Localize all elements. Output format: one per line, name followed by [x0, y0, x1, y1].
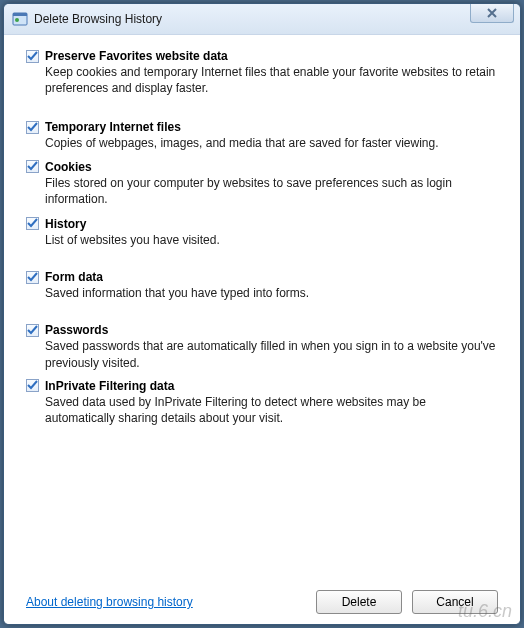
- option-description: Saved data used by InPrivate Filtering t…: [45, 394, 498, 426]
- option-description: Copies of webpages, images, and media th…: [45, 135, 498, 151]
- svg-point-2: [15, 18, 19, 22]
- svg-rect-1: [13, 13, 27, 16]
- option-label: InPrivate Filtering data: [45, 379, 174, 393]
- checkbox-inprivate[interactable]: [26, 379, 39, 392]
- option-description: Keep cookies and temporary Internet file…: [45, 64, 498, 96]
- titlebar: Delete Browsing History: [4, 4, 520, 35]
- checkmark-icon: [27, 218, 38, 229]
- option-label: History: [45, 217, 86, 231]
- checkbox-preserve-favorites[interactable]: [26, 50, 39, 63]
- checkbox-passwords[interactable]: [26, 324, 39, 337]
- option-temp-files: Temporary Internet files Copies of webpa…: [26, 120, 498, 151]
- checkbox-temp-files[interactable]: [26, 121, 39, 134]
- close-icon: [487, 8, 497, 18]
- checkbox-history[interactable]: [26, 217, 39, 230]
- option-passwords: Passwords Saved passwords that are autom…: [26, 323, 498, 370]
- checkmark-icon: [27, 380, 38, 391]
- dialog-footer: About deleting browsing history Delete C…: [26, 590, 498, 614]
- delete-button[interactable]: Delete: [316, 590, 402, 614]
- option-label: Temporary Internet files: [45, 120, 181, 134]
- option-cookies: Cookies Files stored on your computer by…: [26, 160, 498, 207]
- checkbox-cookies[interactable]: [26, 160, 39, 173]
- option-history: History List of websites you have visite…: [26, 217, 498, 248]
- option-label: Preserve Favorites website data: [45, 49, 228, 63]
- app-icon: [12, 11, 28, 27]
- dialog-content: Preserve Favorites website data Keep coo…: [4, 35, 520, 624]
- option-description: List of websites you have visited.: [45, 232, 498, 248]
- checkmark-icon: [27, 161, 38, 172]
- option-description: Saved information that you have typed in…: [45, 285, 498, 301]
- window-title: Delete Browsing History: [34, 12, 162, 26]
- cancel-button[interactable]: Cancel: [412, 590, 498, 614]
- option-inprivate: InPrivate Filtering data Saved data used…: [26, 379, 498, 426]
- option-description: Saved passwords that are automatically f…: [45, 338, 498, 370]
- content-spacer: [26, 440, 498, 590]
- checkmark-icon: [27, 122, 38, 133]
- option-form-data: Form data Saved information that you hav…: [26, 270, 498, 301]
- checkmark-icon: [27, 325, 38, 336]
- option-label: Passwords: [45, 323, 108, 337]
- checkmark-icon: [27, 51, 38, 62]
- close-button[interactable]: [470, 4, 514, 23]
- checkmark-icon: [27, 272, 38, 283]
- option-description: Files stored on your computer by website…: [45, 175, 498, 207]
- option-label: Form data: [45, 270, 103, 284]
- checkbox-form-data[interactable]: [26, 271, 39, 284]
- help-link[interactable]: About deleting browsing history: [26, 595, 193, 609]
- option-label: Cookies: [45, 160, 92, 174]
- dialog-window: Delete Browsing History Preserve Favorit…: [3, 3, 521, 625]
- option-preserve-favorites: Preserve Favorites website data Keep coo…: [26, 49, 498, 96]
